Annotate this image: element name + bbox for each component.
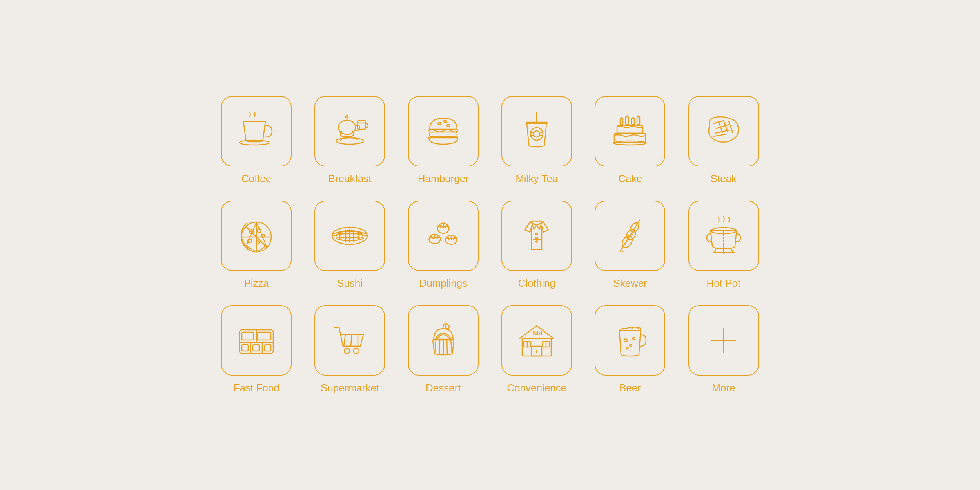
coffee-label: Coffee (241, 173, 271, 185)
category-item-cake[interactable]: Cake (589, 96, 671, 185)
icon-box-beer (595, 305, 665, 376)
svg-point-3 (336, 138, 363, 144)
svg-point-6 (437, 122, 441, 125)
svg-point-31 (256, 241, 259, 244)
category-item-steak[interactable]: Steak (683, 96, 764, 185)
svg-point-8 (446, 124, 450, 127)
category-item-clothing[interactable]: Clothing (496, 201, 577, 289)
category-item-sushi[interactable]: Sushi (309, 201, 390, 289)
category-item-convenience[interactable]: 24H Convenience (496, 305, 577, 394)
icon-box-steak (688, 96, 759, 166)
svg-line-69 (351, 335, 352, 346)
sushi-label: Sushi (337, 277, 363, 289)
icon-box-convenience: 24H (501, 305, 572, 376)
svg-rect-18 (626, 117, 628, 125)
convenience-icon: 24H (515, 319, 558, 362)
category-item-hamburger[interactable]: Hamburger (403, 96, 484, 185)
svg-rect-61 (258, 332, 271, 340)
fast-food-label: Fast Food (234, 382, 279, 394)
svg-point-88 (633, 337, 635, 340)
beer-label: Beer (619, 382, 641, 394)
breakfast-label: Breakfast (328, 173, 372, 185)
svg-point-42 (536, 233, 537, 235)
icon-box-sushi (314, 201, 385, 271)
icon-box-clothing (501, 201, 572, 271)
hot-pot-icon (702, 214, 745, 257)
dumplings-icon (422, 214, 465, 257)
sushi-icon (328, 214, 371, 257)
svg-point-87 (630, 344, 632, 347)
icon-box-skewer (595, 201, 665, 271)
category-item-coffee[interactable]: Coffee (216, 96, 297, 185)
svg-line-68 (344, 335, 345, 346)
svg-point-12 (534, 131, 540, 137)
svg-rect-20 (637, 117, 640, 125)
milky-tea-label: Milky Tea (515, 173, 558, 185)
supermarket-label: Supermarket (321, 382, 379, 394)
breakfast-icon (328, 110, 371, 153)
category-item-pizza[interactable]: Pizza (216, 201, 297, 289)
supermarket-icon (328, 319, 371, 362)
svg-point-65 (344, 348, 350, 354)
fast-food-icon (235, 319, 278, 362)
steak-icon (702, 110, 745, 153)
milky-tea-icon (515, 110, 558, 153)
hamburger-icon (422, 110, 465, 153)
category-item-hot-pot[interactable]: Hot Pot (683, 201, 764, 289)
svg-line-72 (435, 340, 436, 354)
category-item-breakfast[interactable]: Breakfast (309, 96, 390, 185)
svg-rect-9 (430, 132, 457, 137)
svg-point-7 (443, 120, 447, 123)
category-item-supermarket[interactable]: Supermarket (309, 305, 390, 394)
svg-rect-4 (358, 121, 365, 129)
icon-box-hamburger (408, 96, 479, 166)
category-item-dessert[interactable]: Dessert (403, 305, 484, 394)
pizza-icon (235, 214, 278, 257)
icon-box-supermarket (314, 305, 385, 376)
svg-point-46 (620, 234, 634, 250)
icon-box-fast-food (221, 305, 292, 376)
icon-box-dessert (408, 305, 479, 376)
cake-icon (608, 110, 652, 153)
category-item-milky-tea[interactable]: Milky Tea (496, 96, 577, 185)
category-item-skewer[interactable]: Skewer (589, 201, 671, 289)
category-item-dumplings[interactable]: Dumplings (403, 201, 484, 289)
icon-box-breakfast (314, 96, 385, 166)
svg-line-76 (451, 340, 452, 354)
category-grid: Coffee Breakfast (216, 96, 764, 394)
icon-box-hot-pot (688, 201, 759, 271)
svg-text:24H: 24H (532, 330, 543, 336)
dumplings-label: Dumplings (419, 277, 467, 289)
icon-box-cake (595, 96, 665, 166)
svg-rect-62 (242, 345, 248, 351)
skewer-label: Skewer (613, 277, 647, 289)
category-item-beer[interactable]: Beer (589, 305, 671, 394)
coffee-icon (235, 110, 278, 153)
svg-point-11 (530, 128, 543, 140)
pizza-label: Pizza (244, 277, 269, 289)
category-item-fast-food[interactable]: Fast Food (216, 305, 297, 394)
svg-point-43 (536, 237, 537, 239)
icon-box-pizza (221, 201, 292, 271)
svg-point-0 (240, 140, 269, 145)
clothing-icon (515, 214, 558, 257)
icon-box-coffee (221, 96, 292, 166)
svg-rect-17 (620, 118, 623, 125)
convenience-label: Convenience (507, 382, 566, 394)
hamburger-label: Hamburger (418, 173, 469, 185)
svg-rect-60 (242, 332, 254, 340)
dessert-icon (422, 319, 465, 362)
icon-box-dumplings (408, 201, 479, 271)
cake-label: Cake (618, 173, 642, 185)
more-icon (702, 319, 745, 362)
svg-line-73 (439, 340, 440, 354)
steak-label: Steak (711, 173, 737, 185)
icon-box-more (688, 305, 759, 376)
clothing-label: Clothing (518, 277, 555, 289)
svg-rect-19 (632, 118, 634, 125)
category-item-more[interactable]: More (683, 305, 764, 394)
svg-rect-63 (253, 345, 259, 351)
svg-point-66 (354, 348, 359, 354)
dessert-label: Dessert (426, 382, 461, 394)
more-label: More (712, 382, 735, 394)
